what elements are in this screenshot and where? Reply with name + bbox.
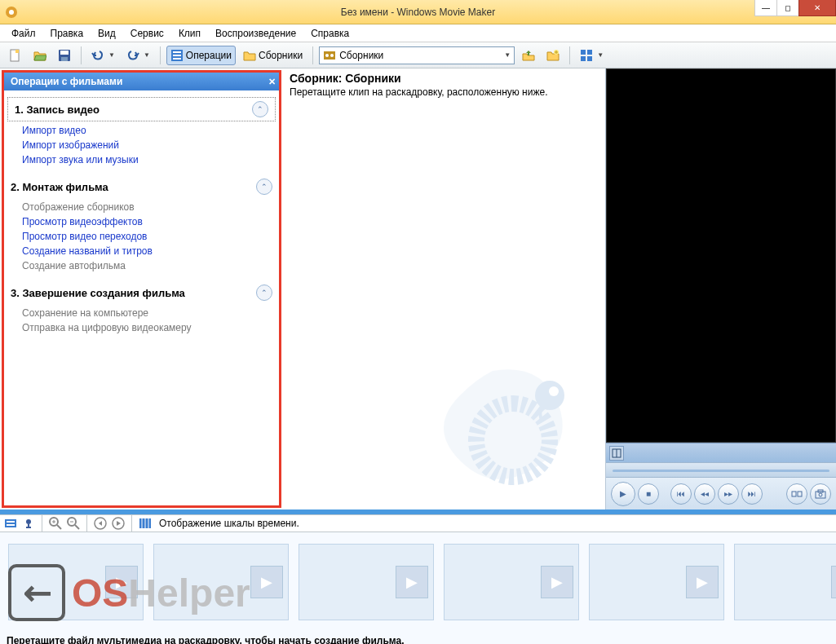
transition-slot[interactable]: ▶ (541, 566, 573, 598)
stop-button[interactable]: ■ (638, 483, 659, 505)
toolbar-separator (131, 514, 132, 532)
chevron-up-icon[interactable]: ⌃ (252, 101, 268, 117)
menu-play[interactable]: Воспроизведение (209, 26, 303, 41)
rewind-icon[interactable] (93, 516, 108, 531)
close-button[interactable]: ✕ (798, 0, 836, 16)
link-send-dv-camera: Отправка на цифровую видеокамеру (22, 320, 279, 335)
preview-seek-bar[interactable] (606, 462, 836, 477)
svg-point-13 (330, 54, 334, 57)
link-make-titles[interactable]: Создание названий и титров (22, 244, 279, 258)
open-icon (33, 49, 46, 62)
titlebar: Без имени - Windows Movie Maker — □ ✕ (0, 0, 836, 24)
collection-icon (323, 49, 336, 62)
svg-point-32 (26, 519, 31, 524)
section-edit-links: Отображение сборников Просмотр видеоэффе… (4, 198, 279, 276)
new-button[interactable] (5, 46, 26, 65)
take-picture-button[interactable] (810, 483, 831, 505)
redo-button[interactable]: ▼ (122, 46, 154, 65)
play-button[interactable]: ▶ (611, 482, 635, 506)
undo-icon (91, 49, 104, 62)
toolbar-separator (160, 46, 161, 64)
open-button[interactable] (29, 46, 51, 65)
new-folder-button[interactable] (542, 46, 564, 65)
storyboard-cell[interactable]: ▶ (8, 544, 144, 620)
tasks-icon (170, 49, 184, 62)
app-icon (5, 6, 18, 19)
storyboard-cell[interactable]: ▶ (444, 544, 579, 620)
storyboard-cell[interactable]: ▶ (299, 544, 434, 620)
menu-clip[interactable]: Клип (172, 26, 207, 41)
chevron-up-icon[interactable]: ⌃ (256, 285, 272, 301)
step-fwd-button[interactable]: ▸▸ (718, 483, 739, 505)
svg-rect-30 (7, 521, 15, 523)
transition-slot[interactable]: ▶ (105, 566, 138, 598)
svg-rect-3 (15, 50, 19, 53)
link-view-effects[interactable]: Просмотр видеоэффектов (22, 214, 279, 229)
link-import-pictures[interactable]: Импорт изображений (22, 138, 279, 152)
undo-button[interactable]: ▼ (87, 46, 119, 65)
menu-view[interactable]: Вид (91, 26, 122, 41)
timeline-view-icon[interactable] (3, 516, 18, 531)
svg-rect-5 (60, 51, 69, 55)
transition-slot[interactable]: ▶ (831, 566, 836, 598)
section-finish-movie[interactable]: 3. Завершение создания фильма ⌃ (4, 281, 279, 304)
transition-slot[interactable]: ▶ (686, 566, 719, 598)
folder-up-icon (522, 49, 535, 62)
toolbar-separator (81, 46, 82, 64)
timeline-toolbar-label[interactable]: Отображение шкалы времени. (159, 518, 299, 529)
play-timeline-icon[interactable] (111, 516, 126, 531)
dropdown-icon: ▼ (597, 51, 604, 59)
zoom-out-icon[interactable] (66, 516, 81, 531)
show-timeline-icon[interactable] (138, 516, 153, 531)
split-button[interactable] (609, 446, 624, 461)
transition-slot[interactable]: ▶ (396, 566, 428, 598)
storyboard-cell[interactable]: ▶ (589, 544, 724, 620)
minimize-button[interactable]: — (754, 0, 777, 16)
next-button[interactable]: ⏭ (741, 483, 763, 505)
save-icon (58, 49, 71, 62)
collections-button-label: Сборники (259, 50, 303, 61)
svg-rect-8 (173, 51, 181, 53)
menu-file[interactable]: Файл (5, 26, 42, 41)
storyboard[interactable]: ▶ ▶ ▶ ▶ ▶ ▶ (0, 532, 836, 630)
dropdown-icon: ▼ (504, 51, 511, 59)
menu-edit[interactable]: Правка (44, 26, 91, 41)
maximize-button[interactable]: □ (776, 0, 799, 16)
narrate-icon[interactable] (21, 516, 36, 531)
up-level-button[interactable] (518, 46, 539, 65)
collection-title: Сборник: Сборники (290, 72, 599, 85)
link-import-audio[interactable]: Импорт звука или музыки (22, 152, 279, 167)
seek-track (613, 470, 829, 472)
transition-slot[interactable]: ▶ (250, 566, 283, 598)
svg-line-38 (75, 525, 79, 529)
prev-button[interactable]: ⏮ (670, 483, 692, 505)
filmstrip-bg-icon (427, 355, 599, 509)
zoom-in-icon[interactable] (48, 516, 63, 531)
collection-select[interactable]: Сборники ▼ (319, 46, 515, 64)
task-panel: Операции с фильмами ✕ 1. Запись видео ⌃ … (2, 70, 281, 508)
svg-point-20 (535, 381, 564, 410)
toolbar-separator (42, 514, 42, 532)
storyboard-hint-text: Перетащите файл мультимедиа на раскадров… (7, 635, 405, 644)
save-button[interactable] (54, 46, 75, 65)
preview-screen (606, 68, 836, 443)
link-auto-movie: Создание автофильма (22, 258, 279, 273)
link-view-transitions[interactable]: Просмотр видео переходов (22, 229, 279, 244)
step-back-button[interactable]: ◂◂ (694, 483, 715, 505)
chevron-up-icon[interactable]: ⌃ (256, 179, 272, 195)
view-button[interactable]: ▼ (576, 46, 608, 65)
svg-point-1 (9, 10, 14, 15)
menu-tools[interactable]: Сервис (124, 26, 170, 41)
section-edit-movie[interactable]: 2. Монтаж фильма ⌃ (4, 175, 279, 198)
split-clip-button[interactable] (786, 483, 807, 505)
link-import-video[interactable]: Импорт видео (22, 123, 279, 138)
storyboard-cell[interactable]: ▶ (153, 544, 289, 620)
menu-help[interactable]: Справка (304, 26, 356, 41)
storyboard-cell[interactable]: ▶ (734, 544, 836, 620)
task-panel-close[interactable]: ✕ (268, 77, 276, 87)
tasks-button[interactable]: Операции (166, 46, 236, 65)
preview-tool-row (606, 443, 836, 462)
section-capture-video[interactable]: 1. Запись видео ⌃ (7, 97, 276, 121)
svg-point-12 (325, 54, 329, 57)
collections-button[interactable]: Сборники (239, 46, 307, 65)
